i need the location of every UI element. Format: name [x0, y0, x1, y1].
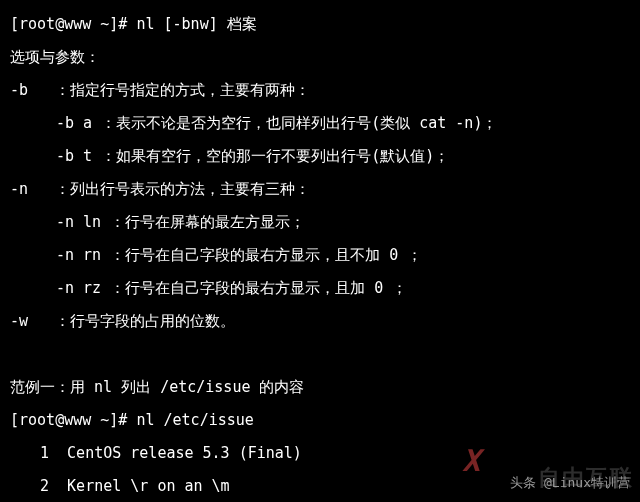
example-header: 范例一：用 nl 列出 /etc/issue 的内容	[10, 371, 630, 404]
option-b-a: -b a ：表示不论是否为空行，也同样列出行号(类似 cat -n)；	[10, 107, 630, 140]
option-n-rn: -n rn ：行号在自己字段的最右方显示，且不加 0 ；	[10, 239, 630, 272]
option-n: -n ：列出行号表示的方法，主要有三种：	[10, 173, 630, 206]
options-header: 选项与参数：	[10, 41, 630, 74]
option-b: -b ：指定行号指定的方式，主要有两种：	[10, 74, 630, 107]
blank-line	[10, 338, 630, 371]
option-n-rz: -n rz ：行号在自己字段的最右方显示，且加 0 ；	[10, 272, 630, 305]
option-n-ln: -n ln ：行号在屏幕的最左方显示；	[10, 206, 630, 239]
watermark-x-icon: X	[462, 428, 480, 494]
output-line-1: 1 CentOS release 5.3 (Final)	[10, 437, 630, 470]
option-w: -w ：行号字段的占用的位数。	[10, 305, 630, 338]
watermark-source: 头条 @Linux特训营	[510, 469, 630, 498]
shell-prompt-example: [root@www ~]# nl /etc/issue	[10, 404, 630, 437]
option-b-t: -b t ：如果有空行，空的那一行不要列出行号(默认值)；	[10, 140, 630, 173]
shell-prompt-usage: [root@www ~]# nl [-bnw] 档案	[10, 8, 630, 41]
